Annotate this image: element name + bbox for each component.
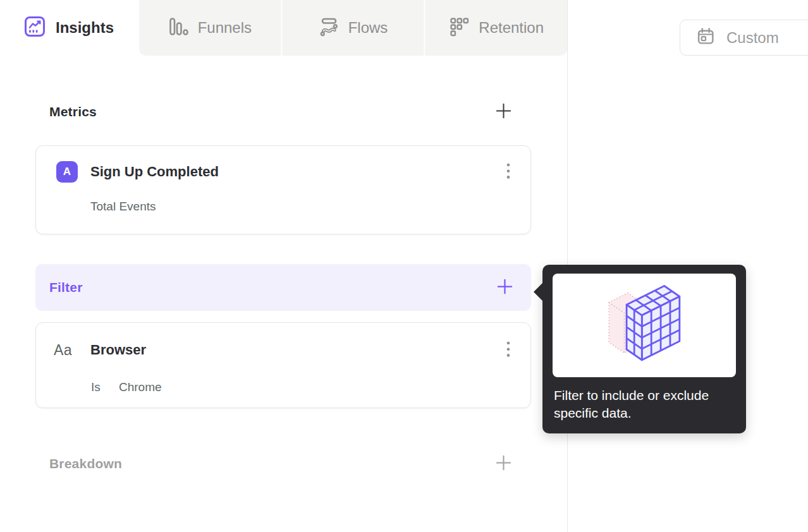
series-a-badge: A <box>56 161 78 183</box>
tab-insights[interactable]: Insights <box>0 0 138 56</box>
plus-icon <box>495 454 512 473</box>
tooltip-text: Filter to include or exclude specific da… <box>554 387 719 422</box>
filter-property-name: Browser <box>90 342 503 358</box>
tooltip-arrow-icon <box>534 282 543 301</box>
date-range-label: Custom <box>726 29 779 47</box>
add-breakdown-button[interactable] <box>494 455 512 473</box>
insights-icon <box>24 16 46 40</box>
metrics-heading: Metrics <box>49 104 97 119</box>
tab-funnels-label: Funnels <box>198 19 252 37</box>
filter-operator[interactable]: Is <box>91 380 101 394</box>
tab-flows-label: Flows <box>348 19 388 37</box>
filter-value[interactable]: Chrome <box>119 380 162 394</box>
retention-icon <box>449 16 469 39</box>
flows-icon <box>319 16 339 39</box>
funnels-icon <box>168 16 188 39</box>
tab-retention[interactable]: Retention <box>424 0 567 56</box>
metric-event-name: Sign Up Completed <box>90 164 503 180</box>
filter-card-header: Aa Browser <box>54 339 514 361</box>
filter-heading: Filter <box>49 280 83 295</box>
add-metric-button[interactable] <box>494 103 512 121</box>
tooltip-media <box>553 274 736 377</box>
tab-funnels[interactable]: Funnels <box>139 0 281 56</box>
tab-flows[interactable]: Flows <box>281 0 424 56</box>
tab-insights-label: Insights <box>56 19 114 37</box>
filter-section-row[interactable]: Filter <box>35 264 531 311</box>
plus-icon <box>495 102 512 121</box>
date-range-button[interactable]: Custom <box>680 20 808 56</box>
add-filter-button[interactable] <box>496 279 513 296</box>
insights-report-builder: Insights Funnels <box>0 0 808 532</box>
breakdown-heading: Breakdown <box>49 456 122 471</box>
tab-strip: Funnels Flows <box>139 0 567 56</box>
metric-card-menu-button[interactable] <box>503 161 514 183</box>
plus-icon <box>496 278 513 297</box>
metric-card[interactable]: A Sign Up Completed Total Events <box>35 145 531 234</box>
metric-card-header: A Sign Up Completed <box>56 161 514 183</box>
kebab-menu-icon <box>506 351 510 360</box>
metrics-section-header: Metrics <box>49 102 512 122</box>
breakdown-section-header: Breakdown <box>49 454 512 474</box>
metric-measurement[interactable]: Total Events <box>90 200 156 214</box>
calendar-icon <box>697 27 715 48</box>
filter-card[interactable]: Aa Browser Is Chrome <box>35 322 531 408</box>
tab-retention-label: Retention <box>479 19 544 37</box>
kebab-menu-icon <box>506 172 510 182</box>
cube-filter-illustration <box>577 277 712 373</box>
filter-tooltip: Filter to include or exclude specific da… <box>542 265 746 433</box>
text-property-icon: Aa <box>54 342 88 359</box>
filter-card-menu-button[interactable] <box>503 339 514 361</box>
